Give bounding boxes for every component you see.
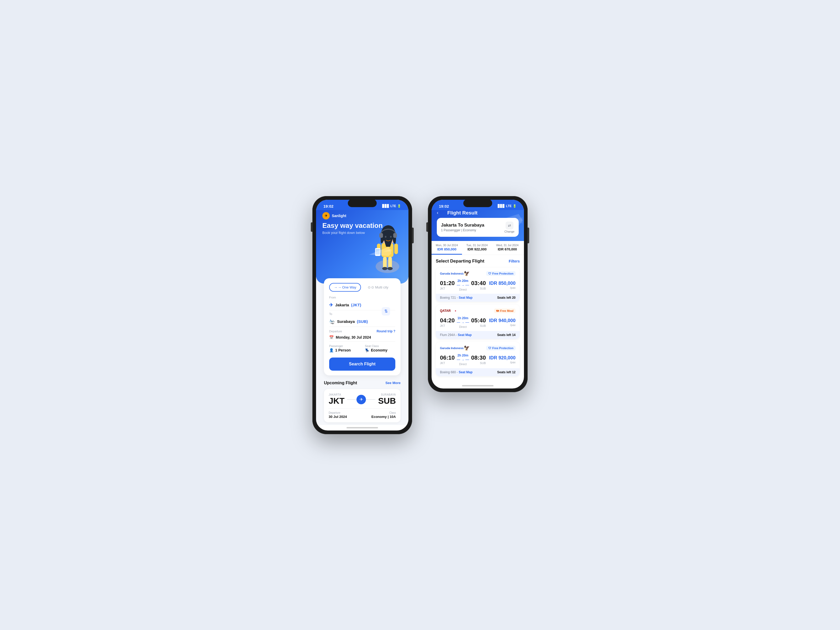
price-unit-2: /pax	[489, 361, 516, 364]
seats-left-0: Seats left 20	[497, 296, 516, 300]
duration-text-0: 2h 20m	[457, 279, 469, 283]
arr-time-1: 05:40	[471, 317, 486, 324]
to-field[interactable]: 🛬 Surabaya (SUB)	[329, 317, 395, 327]
flight-card-bottom: Departure 30 Jul 2024 Class Economy | 10…	[328, 409, 396, 419]
svg-point-6	[382, 267, 387, 270]
seat-map-1[interactable]: Seat Map	[458, 333, 472, 337]
see-more-link[interactable]: See More	[385, 381, 401, 385]
plane-arrow-icon: ✈	[357, 395, 366, 404]
select-title: Select Departing Flight	[436, 259, 484, 264]
class-bottom-val: Economy | 10A	[371, 415, 396, 419]
seats-left-2: Seats left 12	[497, 370, 516, 374]
duration-line-0: →	[457, 284, 469, 287]
multicity-label: ⊙ Multi city	[371, 285, 388, 289]
flight-card-1[interactable]: QATAR ✦ 🍽 Free Meal 04:20 JKT	[436, 305, 520, 339]
takeoff-icon: ✈	[329, 302, 333, 308]
arr-airport-1: SUB	[471, 324, 486, 327]
trip-tabs: → → One Way ⊙ ⊙ Multi city	[329, 283, 395, 292]
round-trip-link[interactable]: Round trip ?	[377, 330, 395, 333]
back-button[interactable]: ‹	[437, 210, 444, 216]
status-icons-2: ▊▊▊ LTE 🔋	[498, 204, 516, 208]
passenger-col: Passenger 👤 1 Person	[329, 344, 360, 352]
filters-button[interactable]: Filters	[509, 259, 520, 263]
brand-icon: ✈	[322, 212, 330, 219]
duration-line-1: →	[457, 321, 469, 324]
price-unit-1: /pax	[489, 324, 516, 327]
date-tab-2[interactable]: Wed, 31 Jul 2024 IDR 670,000	[492, 241, 523, 255]
flight-card-0[interactable]: Garuda Indonesia 🦅 🛡 Free Protection	[436, 267, 520, 302]
upcoming-title: Upcoming Flight	[324, 381, 357, 385]
svg-point-16	[390, 236, 392, 238]
tab-multicity[interactable]: ⊙ ⊙ Multi city	[363, 283, 392, 292]
brand-name: Sanlight	[332, 214, 346, 218]
arrow-icon-1: →	[461, 321, 464, 324]
date-tab-price-0: IDR 850,000	[436, 247, 458, 251]
dep-time-2: 06:10	[440, 354, 455, 361]
phones-container: 19:02 ▊▊▊ LTE 🔋	[313, 196, 527, 434]
svg-rect-4	[383, 257, 387, 268]
dep-time-0: 01:20	[440, 280, 455, 287]
calendar-icon: 📅	[329, 335, 334, 339]
select-header: Select Departing Flight Filters	[436, 259, 520, 264]
meal-icon-1: 🍽	[496, 309, 499, 313]
seat-map-0[interactable]: Seat Map	[459, 296, 472, 300]
to-city: Surabaya	[337, 319, 355, 324]
duration-text-1: 1h 20m	[457, 316, 469, 320]
svg-rect-5	[388, 257, 392, 268]
flight-arrow: ✈	[344, 395, 378, 404]
date-tab-3[interactable]: Thu, 31 Jul 20 IDR 850,00	[523, 241, 524, 255]
departure-airport: JAKARTA JKT	[328, 393, 344, 406]
airline-logo-2: Garuda Indonesia 🦅	[440, 345, 470, 351]
from-label: From	[329, 296, 395, 299]
header-subtitle: Book your flight down below	[316, 230, 409, 235]
duration-col-2: 2h 20m → Direct	[455, 354, 471, 366]
seatclass-value[interactable]: 💺 Economy	[365, 348, 395, 352]
frc-top-2: Garuda Indonesia 🦅 🛡 Free Protection	[436, 342, 520, 351]
arr-time-col-2: 08:30 SUB	[471, 354, 486, 365]
duration-col-0: 2h 20m → Direct	[455, 279, 471, 291]
seat-icon: 💺	[365, 348, 369, 352]
passenger-value[interactable]: 👤 1 Person	[329, 348, 360, 352]
price-col-2: IDR 920,000 /pax	[489, 355, 516, 364]
dep-time-1: 04:20	[440, 317, 455, 324]
date-tab-day-1: Tue, 31 Jul 2024	[466, 243, 488, 247]
upcoming-header: Upcoming Flight See More	[324, 381, 401, 385]
passenger-count: 1 Person	[335, 348, 351, 352]
badge-protection-0: 🛡 Free Protection	[486, 271, 516, 276]
seatclass-label: Seat Class	[365, 344, 395, 347]
route-info: Jakarta To Surabaya 1 Passengger | Econo…	[441, 223, 484, 232]
result-page-title: Flight Result	[447, 210, 477, 216]
frc-middle-0: 01:20 JKT 2h 20m → Direct	[436, 276, 520, 294]
result-nav: ‹ Flight Result	[437, 210, 519, 218]
route-card: Jakarta To Surabaya 1 Passengger | Econo…	[437, 218, 519, 237]
flight-card-2[interactable]: Garuda Indonesia 🦅 🛡 Free Protection 06:…	[436, 342, 520, 376]
garuda-logo-0: Garuda Indonesia	[440, 271, 464, 276]
svg-rect-9	[394, 243, 398, 254]
price-col-1: IDR 940,000 /pax	[489, 318, 516, 327]
change-label: Change	[504, 230, 515, 233]
passenger-label: Passenger	[329, 344, 360, 347]
departure-label: Departure	[329, 330, 342, 333]
seat-map-2[interactable]: Seat Map	[459, 370, 472, 374]
svg-point-7	[387, 267, 393, 270]
swap-button[interactable]: ⇅	[382, 307, 390, 316]
departure-date[interactable]: 📅 Monday, 30 Jul 2024	[329, 333, 395, 342]
signal-icon: ▊▊▊	[382, 204, 389, 208]
tab-oneway[interactable]: → → One Way	[329, 283, 361, 292]
date-tab-0[interactable]: Mon, 30 Jul 2024 IDR 850,000	[431, 241, 462, 255]
network-icon: LTE	[390, 204, 396, 208]
price-unit-0: /pax	[489, 286, 516, 289]
airline-logo-1: QATAR ✦	[440, 308, 458, 314]
search-flight-button[interactable]: Search Flight	[329, 357, 395, 371]
departure-date-value: Monday, 30 Jul 2024	[336, 335, 371, 339]
date-tab-1[interactable]: Tue, 31 Jul 2024 IDR 922,000	[462, 241, 492, 255]
arrow-icon-0: →	[461, 284, 464, 287]
dep-info: Departure 30 Jul 2024	[328, 411, 347, 419]
frc-bottom-2: Boeing 680 - Seat Map Seats left 12	[436, 368, 520, 376]
dep-airport-0: JKT	[440, 287, 455, 290]
frc-bottom-1: Flum 294A - Seat Map Seats left 14	[436, 331, 520, 339]
seatclass-col: Seat Class 💺 Economy	[365, 344, 395, 352]
svg-text:Garuda Indonesia: Garuda Indonesia	[440, 346, 464, 350]
change-button[interactable]: ⇄ Change	[504, 221, 515, 233]
oneway-label: → One Way	[338, 285, 356, 289]
